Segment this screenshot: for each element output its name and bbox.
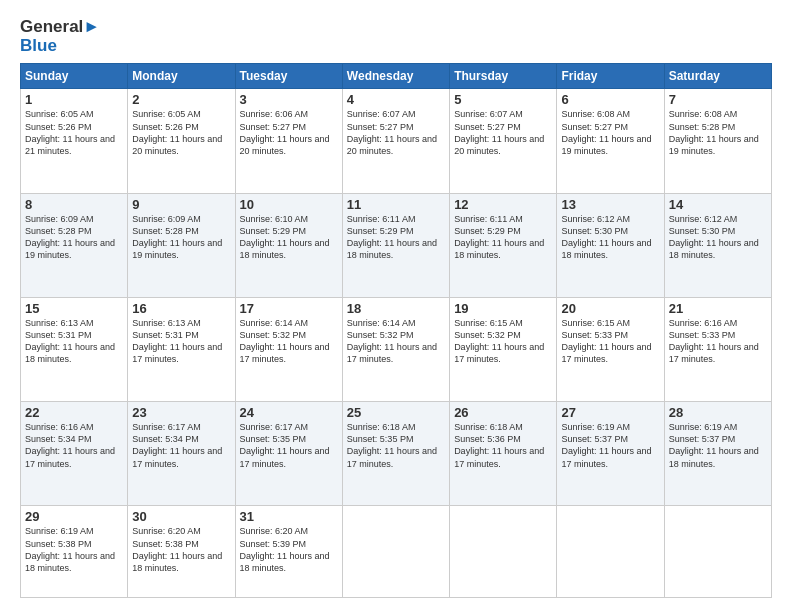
- day-header-friday: Friday: [557, 64, 664, 89]
- day-number: 28: [669, 405, 767, 420]
- day-number: 31: [240, 509, 338, 524]
- calendar-cell: 11 Sunrise: 6:11 AM Sunset: 5:29 PM Dayl…: [342, 193, 449, 297]
- calendar-cell: 3 Sunrise: 6:06 AM Sunset: 5:27 PM Dayli…: [235, 89, 342, 193]
- calendar-cell: 24 Sunrise: 6:17 AM Sunset: 5:35 PM Dayl…: [235, 402, 342, 506]
- day-number: 8: [25, 197, 123, 212]
- calendar-table: SundayMondayTuesdayWednesdayThursdayFrid…: [20, 63, 772, 598]
- calendar-cell: 7 Sunrise: 6:08 AM Sunset: 5:28 PM Dayli…: [664, 89, 771, 193]
- cell-content: Sunrise: 6:12 AM Sunset: 5:30 PM Dayligh…: [561, 213, 659, 262]
- day-number: 10: [240, 197, 338, 212]
- day-number: 12: [454, 197, 552, 212]
- cell-content: Sunrise: 6:17 AM Sunset: 5:34 PM Dayligh…: [132, 421, 230, 470]
- calendar-cell: 12 Sunrise: 6:11 AM Sunset: 5:29 PM Dayl…: [450, 193, 557, 297]
- day-header-monday: Monday: [128, 64, 235, 89]
- calendar-cell: [342, 506, 449, 598]
- day-header-wednesday: Wednesday: [342, 64, 449, 89]
- day-number: 6: [561, 92, 659, 107]
- day-number: 13: [561, 197, 659, 212]
- week-row-1: 1 Sunrise: 6:05 AM Sunset: 5:26 PM Dayli…: [21, 89, 772, 193]
- calendar-cell: 17 Sunrise: 6:14 AM Sunset: 5:32 PM Dayl…: [235, 297, 342, 401]
- cell-content: Sunrise: 6:11 AM Sunset: 5:29 PM Dayligh…: [347, 213, 445, 262]
- day-number: 18: [347, 301, 445, 316]
- day-number: 24: [240, 405, 338, 420]
- header: General► Blue: [20, 18, 772, 55]
- day-number: 23: [132, 405, 230, 420]
- logo-general: General►: [20, 18, 100, 37]
- week-row-5: 29 Sunrise: 6:19 AM Sunset: 5:38 PM Dayl…: [21, 506, 772, 598]
- day-number: 11: [347, 197, 445, 212]
- cell-content: Sunrise: 6:08 AM Sunset: 5:28 PM Dayligh…: [669, 108, 767, 157]
- calendar-cell: 8 Sunrise: 6:09 AM Sunset: 5:28 PM Dayli…: [21, 193, 128, 297]
- cell-content: Sunrise: 6:10 AM Sunset: 5:29 PM Dayligh…: [240, 213, 338, 262]
- day-number: 17: [240, 301, 338, 316]
- calendar-cell: 31 Sunrise: 6:20 AM Sunset: 5:39 PM Dayl…: [235, 506, 342, 598]
- calendar-cell: 2 Sunrise: 6:05 AM Sunset: 5:26 PM Dayli…: [128, 89, 235, 193]
- cell-content: Sunrise: 6:09 AM Sunset: 5:28 PM Dayligh…: [25, 213, 123, 262]
- week-row-2: 8 Sunrise: 6:09 AM Sunset: 5:28 PM Dayli…: [21, 193, 772, 297]
- cell-content: Sunrise: 6:07 AM Sunset: 5:27 PM Dayligh…: [454, 108, 552, 157]
- calendar-cell: 27 Sunrise: 6:19 AM Sunset: 5:37 PM Dayl…: [557, 402, 664, 506]
- cell-content: Sunrise: 6:13 AM Sunset: 5:31 PM Dayligh…: [25, 317, 123, 366]
- calendar-cell: 6 Sunrise: 6:08 AM Sunset: 5:27 PM Dayli…: [557, 89, 664, 193]
- cell-content: Sunrise: 6:16 AM Sunset: 5:34 PM Dayligh…: [25, 421, 123, 470]
- calendar-cell: 10 Sunrise: 6:10 AM Sunset: 5:29 PM Dayl…: [235, 193, 342, 297]
- day-number: 20: [561, 301, 659, 316]
- logo: General► Blue: [20, 18, 100, 55]
- calendar-cell: 5 Sunrise: 6:07 AM Sunset: 5:27 PM Dayli…: [450, 89, 557, 193]
- day-number: 14: [669, 197, 767, 212]
- calendar-cell: 18 Sunrise: 6:14 AM Sunset: 5:32 PM Dayl…: [342, 297, 449, 401]
- calendar-cell: 23 Sunrise: 6:17 AM Sunset: 5:34 PM Dayl…: [128, 402, 235, 506]
- logo-blue: Blue: [20, 37, 100, 56]
- calendar-cell: 13 Sunrise: 6:12 AM Sunset: 5:30 PM Dayl…: [557, 193, 664, 297]
- calendar-cell: 30 Sunrise: 6:20 AM Sunset: 5:38 PM Dayl…: [128, 506, 235, 598]
- day-number: 21: [669, 301, 767, 316]
- day-header-tuesday: Tuesday: [235, 64, 342, 89]
- cell-content: Sunrise: 6:15 AM Sunset: 5:32 PM Dayligh…: [454, 317, 552, 366]
- cell-content: Sunrise: 6:05 AM Sunset: 5:26 PM Dayligh…: [25, 108, 123, 157]
- calendar-cell: 29 Sunrise: 6:19 AM Sunset: 5:38 PM Dayl…: [21, 506, 128, 598]
- day-number: 30: [132, 509, 230, 524]
- calendar-cell: [557, 506, 664, 598]
- calendar-cell: [450, 506, 557, 598]
- day-number: 19: [454, 301, 552, 316]
- day-number: 27: [561, 405, 659, 420]
- cell-content: Sunrise: 6:19 AM Sunset: 5:37 PM Dayligh…: [561, 421, 659, 470]
- day-header-thursday: Thursday: [450, 64, 557, 89]
- calendar-cell: 4 Sunrise: 6:07 AM Sunset: 5:27 PM Dayli…: [342, 89, 449, 193]
- calendar-cell: 28 Sunrise: 6:19 AM Sunset: 5:37 PM Dayl…: [664, 402, 771, 506]
- cell-content: Sunrise: 6:05 AM Sunset: 5:26 PM Dayligh…: [132, 108, 230, 157]
- day-number: 29: [25, 509, 123, 524]
- cell-content: Sunrise: 6:09 AM Sunset: 5:28 PM Dayligh…: [132, 213, 230, 262]
- day-header-saturday: Saturday: [664, 64, 771, 89]
- calendar-cell: [664, 506, 771, 598]
- day-number: 1: [25, 92, 123, 107]
- day-number: 9: [132, 197, 230, 212]
- cell-content: Sunrise: 6:11 AM Sunset: 5:29 PM Dayligh…: [454, 213, 552, 262]
- calendar-cell: 26 Sunrise: 6:18 AM Sunset: 5:36 PM Dayl…: [450, 402, 557, 506]
- day-number: 4: [347, 92, 445, 107]
- day-number: 3: [240, 92, 338, 107]
- cell-content: Sunrise: 6:15 AM Sunset: 5:33 PM Dayligh…: [561, 317, 659, 366]
- calendar-cell: 15 Sunrise: 6:13 AM Sunset: 5:31 PM Dayl…: [21, 297, 128, 401]
- cell-content: Sunrise: 6:06 AM Sunset: 5:27 PM Dayligh…: [240, 108, 338, 157]
- cell-content: Sunrise: 6:07 AM Sunset: 5:27 PM Dayligh…: [347, 108, 445, 157]
- day-number: 25: [347, 405, 445, 420]
- cell-content: Sunrise: 6:19 AM Sunset: 5:37 PM Dayligh…: [669, 421, 767, 470]
- cell-content: Sunrise: 6:12 AM Sunset: 5:30 PM Dayligh…: [669, 213, 767, 262]
- day-number: 2: [132, 92, 230, 107]
- calendar-cell: 20 Sunrise: 6:15 AM Sunset: 5:33 PM Dayl…: [557, 297, 664, 401]
- calendar-cell: 9 Sunrise: 6:09 AM Sunset: 5:28 PM Dayli…: [128, 193, 235, 297]
- day-number: 5: [454, 92, 552, 107]
- calendar-cell: 1 Sunrise: 6:05 AM Sunset: 5:26 PM Dayli…: [21, 89, 128, 193]
- day-number: 26: [454, 405, 552, 420]
- cell-content: Sunrise: 6:14 AM Sunset: 5:32 PM Dayligh…: [240, 317, 338, 366]
- day-number: 15: [25, 301, 123, 316]
- calendar-cell: 21 Sunrise: 6:16 AM Sunset: 5:33 PM Dayl…: [664, 297, 771, 401]
- calendar-cell: 25 Sunrise: 6:18 AM Sunset: 5:35 PM Dayl…: [342, 402, 449, 506]
- cell-content: Sunrise: 6:18 AM Sunset: 5:35 PM Dayligh…: [347, 421, 445, 470]
- day-number: 16: [132, 301, 230, 316]
- calendar-header-row: SundayMondayTuesdayWednesdayThursdayFrid…: [21, 64, 772, 89]
- cell-content: Sunrise: 6:13 AM Sunset: 5:31 PM Dayligh…: [132, 317, 230, 366]
- page: General► Blue SundayMondayTuesdayWednesd…: [0, 0, 792, 612]
- week-row-4: 22 Sunrise: 6:16 AM Sunset: 5:34 PM Dayl…: [21, 402, 772, 506]
